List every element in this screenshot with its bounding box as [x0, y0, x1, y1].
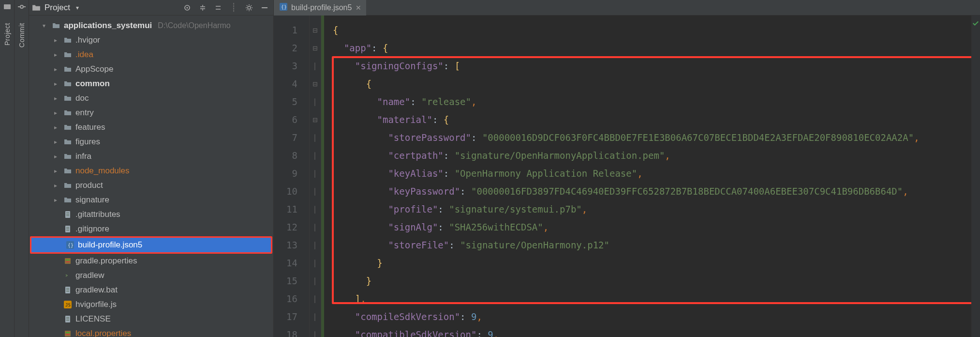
expand-arrow-icon[interactable]: ▸ [51, 95, 60, 102]
tree-item-label: local.properties [75, 329, 131, 337]
expand-arrow-icon[interactable]: ▸ [51, 138, 60, 145]
svg-rect-20 [66, 261, 70, 262]
tree-item-label: .gitignore [75, 224, 109, 234]
tree-folder-features[interactable]: ▸features [29, 120, 273, 135]
project-tool-icon[interactable] [3, 3, 11, 13]
close-tab-icon[interactable]: ✕ [356, 4, 361, 12]
svg-rect-14 [66, 229, 69, 229]
svg-rect-11 [66, 215, 69, 216]
tree-item-label: hvigorfile.js [75, 300, 117, 309]
svg-rect-31 [66, 320, 69, 321]
expand-arrow-icon[interactable]: ▸ [51, 109, 60, 116]
folder-icon [63, 167, 73, 175]
select-opened-file-icon[interactable] [181, 2, 193, 14]
highlight-box-tree: {}build-profile.json5 [30, 236, 272, 254]
expand-arrow-icon[interactable]: ▸ [51, 153, 60, 160]
tree-folder-infra[interactable]: ▸infra [29, 149, 273, 164]
file-icon [63, 286, 73, 294]
hide-panel-icon[interactable] [259, 2, 270, 14]
tree-folder-node_modules[interactable]: ▸node_modules [29, 164, 273, 178]
folder-icon [63, 51, 73, 59]
tree-file-gradlew-bat[interactable]: gradlew.bat [29, 283, 273, 297]
fold-gutter[interactable]: ⊟⊟│⊟│⊟││││││││││││ [310, 15, 321, 337]
tree-folder--idea[interactable]: ▸.idea [29, 47, 273, 62]
svg-rect-13 [66, 227, 69, 228]
tree-item-label: .idea [75, 50, 93, 60]
tree-folder-product[interactable]: ▸product [29, 178, 273, 193]
line-number-gutter: 123456789101112131415161718 [274, 15, 310, 337]
svg-rect-29 [66, 317, 69, 318]
tree-file--gitattributes[interactable]: .gitattributes [29, 207, 273, 222]
svg-rect-25 [66, 291, 69, 291]
project-tree[interactable]: ▾applications_systemuiD:\Code\OpenHarmo▸… [29, 15, 273, 337]
svg-rect-24 [66, 290, 69, 290]
svg-text:{}: {} [68, 243, 74, 248]
settings-icon[interactable] [243, 2, 255, 14]
expand-arrow-icon[interactable]: ▾ [40, 22, 48, 29]
folder-icon [63, 94, 73, 102]
tree-root[interactable]: ▾applications_systemuiD:\Code\OpenHarmo [29, 18, 273, 33]
svg-rect-19 [66, 260, 70, 260]
expand-arrow-icon[interactable]: ▸ [51, 197, 60, 203]
expand-arrow-icon[interactable]: ▸ [51, 37, 60, 44]
svg-text:JS: JS [65, 303, 71, 307]
tree-file--gitignore[interactable]: .gitignore [29, 222, 273, 236]
tree-file-LICENSE[interactable]: LICENSE [29, 312, 273, 326]
svg-rect-18 [65, 258, 71, 264]
tree-folder-figures[interactable]: ▸figures [29, 135, 273, 149]
folder-icon [63, 153, 73, 160]
expand-arrow-icon[interactable]: ▸ [51, 168, 60, 174]
tree-item-label: common [75, 79, 110, 89]
tree-folder-doc[interactable]: ▸doc [29, 91, 273, 106]
tree-file-hvigorfile-js[interactable]: JShvigorfile.js [29, 297, 273, 312]
tree-item-label: entry [75, 108, 94, 118]
project-tool-tab[interactable]: Project [3, 23, 11, 46]
tree-folder-AppScope[interactable]: ▸AppScope [29, 62, 273, 77]
svg-rect-0 [4, 4, 11, 9]
folder-icon [63, 65, 73, 73]
tree-item-label: figures [75, 137, 100, 147]
folder-icon [63, 182, 73, 189]
tree-item-label: product [75, 181, 103, 190]
expand-arrow-icon[interactable]: ▸ [51, 80, 60, 87]
tree-folder-signature[interactable]: ▸signature [29, 193, 273, 207]
project-view-dropdown-icon[interactable]: ▾ [76, 4, 79, 11]
json-file-icon: {} [280, 3, 287, 13]
svg-rect-9 [66, 213, 69, 213]
svg-point-6 [248, 6, 251, 9]
commit-tool-icon[interactable] [18, 3, 26, 13]
project-view-title[interactable]: Project [45, 3, 70, 13]
tree-file-gradlew[interactable]: gradlew [29, 268, 273, 283]
editor-body: 123456789101112131415161718 ⊟⊟│⊟│⊟││││││… [274, 15, 980, 337]
editor-tab-bar: {} build-profile.json5 ✕ [274, 0, 980, 15]
expand-all-icon[interactable] [197, 2, 208, 14]
tree-file-local-properties[interactable]: local.properties [29, 326, 273, 337]
svg-rect-10 [66, 214, 69, 214]
svg-rect-32 [65, 331, 71, 337]
code-editor[interactable]: { "app": { "signingConfigs": [ { "name":… [325, 15, 971, 337]
collapse-all-icon[interactable] [212, 2, 224, 14]
tree-file-gradle-properties[interactable]: gradle.properties [29, 254, 273, 268]
expand-arrow-icon[interactable]: ▸ [51, 66, 60, 73]
project-panel-header: Project ▾ ┊ [29, 0, 273, 15]
tree-folder-common[interactable]: ▸common [29, 77, 273, 91]
error-stripe[interactable] [971, 15, 980, 337]
vcs-change-bar [321, 15, 324, 337]
expand-arrow-icon[interactable]: ▸ [51, 51, 60, 58]
tree-item-label: AppScope [75, 64, 113, 74]
tool-strip-left-1: Project [0, 0, 15, 337]
tree-item-path: D:\Code\OpenHarmo [158, 21, 230, 30]
expand-arrow-icon[interactable]: ▸ [51, 124, 60, 131]
tree-folder-entry[interactable]: ▸entry [29, 106, 273, 120]
tree-item-label: gradlew [75, 271, 104, 280]
tree-item-label: doc [75, 93, 89, 103]
commit-tool-tab[interactable]: Commit [18, 23, 26, 47]
editor-tab-build-profile[interactable]: {} build-profile.json5 ✕ [274, 0, 366, 15]
file-icon [63, 211, 73, 218]
tree-item-label: features [75, 123, 105, 132]
tree-item-label: node_modules [75, 166, 130, 176]
tree-folder--hvigor[interactable]: ▸.hvigor [29, 33, 273, 47]
expand-arrow-icon[interactable]: ▸ [51, 182, 60, 189]
tree-file-build-profile-json5[interactable]: {}build-profile.json5 [31, 238, 271, 252]
tool-strip-left-2: Commit [15, 0, 29, 337]
